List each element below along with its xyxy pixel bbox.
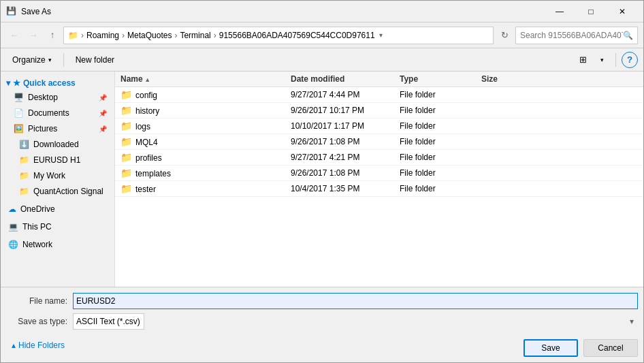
desktop-icon: 🖥️ [14,93,24,102]
breadcrumb-folder-icon: 📁 [68,31,78,40]
column-size[interactable]: Size [481,74,536,84]
sidebar-item-label: QuantAction Signal [33,187,103,196]
table-row[interactable]: 📁history 9/26/2017 10:17 PM File folder [115,103,643,119]
folder-icon-2: 📁 [19,171,29,180]
title-bar: 💾 Save As — □ ✕ [1,1,643,22]
file-date-cell: 9/27/2017 4:21 PM [291,153,400,162]
file-list-header[interactable]: Name Date modified Type Size [115,72,643,87]
downloaded-icon: ⬇️ [19,140,29,149]
sidebar-item-label: EURUSD H1 [33,155,80,165]
breadcrumb-dropdown[interactable]: ▾ [379,31,383,39]
refresh-button[interactable]: ↻ [496,27,513,44]
folder-icon: 📁 [120,152,131,163]
file-date-cell: 9/26/2017 10:17 PM [291,106,400,115]
sidebar-item-label: Pictures [28,124,57,133]
onedrive-icon: ☁ [8,204,16,214]
organize-label: Organize [12,55,46,65]
file-type-cell: File folder [400,168,481,178]
search-input[interactable] [520,31,623,40]
sidebar-item-eurusd[interactable]: 📁 EURUSD H1 [2,153,113,168]
file-list: Name Date modified Type Size 📁config 9/2… [115,72,643,287]
view-dropdown-button[interactable]: ▾ [594,52,610,68]
filename-row: File name: [6,293,638,309]
main-content: ▾ ★ Quick access 🖥️ Desktop 📌 📄 Document… [1,72,643,287]
sidebar-item-mywork[interactable]: 📁 My Work [2,168,113,183]
folder-icon-3: 📁 [19,187,29,196]
save-as-dialog: 💾 Save As — □ ✕ ← → ↑ 📁 › Roaming › Meta… [0,0,644,363]
table-row[interactable]: 📁profiles 9/27/2017 4:21 PM File folder [115,150,643,165]
file-type-cell: File folder [400,90,481,99]
breadcrumb-roaming[interactable]: Roaming [86,31,119,40]
window-controls: — □ ✕ [544,1,638,22]
close-button[interactable]: ✕ [607,1,638,22]
file-date-cell: 9/26/2017 1:08 PM [291,168,400,178]
filename-label: File name: [6,296,67,306]
bottom-footer: ▴ Hide Folders Save Cancel [6,334,638,357]
sidebar-item-documents[interactable]: 📄 Documents 📌 [2,106,113,121]
sidebar-item-thispc[interactable]: 💻 This PC [2,219,113,234]
savetype-wrapper: ASCII Text (*.csv) CSV (*.csv) Text (*.t… [73,313,638,330]
folder-icon: 📁 [120,105,131,116]
search-box[interactable]: 🔍 [515,27,638,44]
column-name[interactable]: Name [120,74,291,84]
breadcrumb-id[interactable]: 915566BA06ADA407569C544CC0D97611 [219,31,375,40]
sidebar-thispc-label: This PC [22,222,52,232]
sidebar-item-onedrive[interactable]: ☁ OneDrive [2,202,113,217]
file-type-cell: File folder [400,184,481,193]
new-folder-button[interactable]: New folder [69,51,120,69]
toolbar-separator-2 [615,53,616,67]
quick-access-label: Quick access [23,78,76,88]
forward-button[interactable]: → [25,27,42,44]
view-button[interactable]: ⊞ [575,52,591,68]
file-date-cell: 9/26/2017 1:08 PM [291,137,400,146]
star-icon: ★ [13,78,20,88]
file-type-cell: File folder [400,121,481,131]
save-button[interactable]: Save [524,339,578,357]
up-button[interactable]: ↑ [44,27,61,44]
sidebar-item-label: Desktop [28,93,58,102]
organize-button[interactable]: Organize ▾ [6,51,58,69]
documents-icon: 📄 [14,108,24,118]
savetype-select[interactable]: ASCII Text (*.csv) CSV (*.csv) Text (*.t… [73,313,144,330]
column-date[interactable]: Date modified [291,74,400,84]
sidebar-item-network[interactable]: 🌐 Network [2,237,113,252]
quick-access-section: ▾ ★ Quick access 🖥️ Desktop 📌 📄 Document… [1,74,114,199]
cancel-button[interactable]: Cancel [583,339,638,357]
breadcrumb-terminal[interactable]: Terminal [180,31,210,40]
file-name-cell: 📁history [120,105,291,116]
sidebar-network-label: Network [22,240,52,249]
table-row[interactable]: 📁config 9/27/2017 4:44 PM File folder [115,87,643,103]
table-row[interactable]: 📁tester 10/4/2017 1:35 PM File folder [115,181,643,197]
sidebar-item-desktop[interactable]: 🖥️ Desktop 📌 [2,90,113,105]
quick-access-header[interactable]: ▾ ★ Quick access [1,74,114,89]
thispc-icon: 💻 [8,222,18,232]
table-row[interactable]: 📁MQL4 9/26/2017 1:08 PM File folder [115,134,643,150]
view-grid-icon: ⊞ [579,54,587,65]
organize-dropdown-icon: ▾ [48,57,52,63]
onedrive-section: ☁ OneDrive [1,202,114,217]
sidebar-item-downloaded[interactable]: ⬇️ Downloaded [2,137,113,152]
filename-input[interactable] [73,293,638,309]
breadcrumb-metaquotes[interactable]: MetaQuotes [127,31,172,40]
file-type-cell: File folder [400,106,481,115]
help-button[interactable]: ? [622,52,638,68]
bottom-bar: File name: Save as type: ASCII Text (*.c… [1,287,643,362]
file-name-cell: 📁templates [120,168,291,178]
column-type[interactable]: Type [400,74,481,84]
folder-icon: 📁 [120,183,131,194]
minimize-button[interactable]: — [544,1,575,22]
table-row[interactable]: 📁templates 9/26/2017 1:08 PM File folder [115,165,643,181]
sidebar-item-quantaction[interactable]: 📁 QuantAction Signal [2,184,113,199]
back-button[interactable]: ← [6,27,22,44]
maximize-button[interactable]: □ [575,1,607,22]
sidebar-item-pictures[interactable]: 🖼️ Pictures 📌 [2,121,113,136]
table-row[interactable]: 📁logs 10/10/2017 1:17 PM File folder [115,119,643,134]
address-bar: ← → ↑ 📁 › Roaming › MetaQuotes › Termina… [1,22,643,48]
thispc-section: 💻 This PC [1,219,114,234]
new-folder-label: New folder [76,55,114,65]
toolbar-separator [63,53,64,67]
breadcrumb[interactable]: 📁 › Roaming › MetaQuotes › Terminal › 91… [63,27,494,44]
sidebar-item-label: Documents [28,108,69,118]
view-controls: ⊞ ▾ [575,52,610,68]
hide-folders-toggle[interactable]: ▴ Hide Folders [6,339,70,351]
